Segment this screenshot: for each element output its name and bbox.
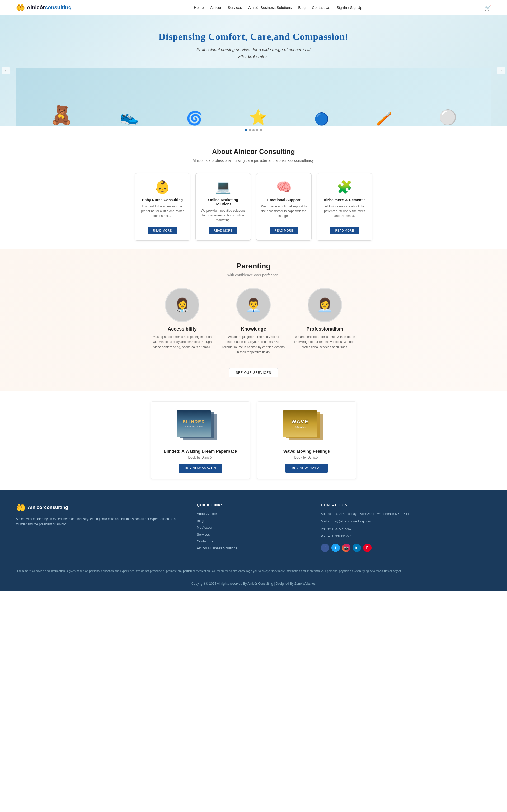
knowledge-desc: We share judgment-free and verified info… (222, 334, 285, 355)
carousel-dots (0, 126, 507, 134)
pinterest-icon[interactable]: P (363, 544, 372, 552)
footer-social: f t 📷 in P (321, 544, 491, 552)
book-wave-author: Book by: Alnicór (263, 455, 350, 459)
footer-link-services[interactable]: Services (197, 533, 210, 537)
card-emotional-title: Emotional Support (267, 198, 300, 202)
buy-wave-button[interactable]: BUY NOW PAYPAL (285, 463, 327, 473)
professionalism-avatar: 👩‍💼 (307, 288, 342, 322)
card-marketing-title: Online Marketing Solutions (200, 198, 246, 206)
nav-alnicor[interactable]: Alnicór (210, 6, 222, 10)
parenting-subtitle: with confidence over perfection. (16, 273, 491, 277)
see-services-button[interactable]: SEE OUR SERVICES (229, 368, 278, 377)
nav-services[interactable]: Services (228, 6, 242, 10)
nav-links: Home Alnicór Services Alnicór Business S… (194, 5, 362, 10)
book-blinded: BLINDED A Waking Dream Blinded: A Waking… (151, 401, 250, 479)
card-baby-nurse-btn[interactable]: READ MORE (148, 227, 176, 234)
carousel-dot-1[interactable] (245, 129, 247, 131)
nav-home[interactable]: Home (194, 6, 204, 10)
book-wave-title: Wave: Moving Feelings (263, 449, 350, 454)
accessibility-avatar: 👩‍⚕️ (165, 288, 200, 322)
footer: 🤲 Alnicorconsulting Alnicór was created … (0, 490, 507, 591)
carousel-dot-2[interactable] (249, 129, 251, 131)
card-emotional: 🧠 Emotional Support We provide emotional… (256, 173, 312, 241)
facebook-icon[interactable]: f (321, 544, 329, 552)
footer-address: Address: 16-04 Crossbay Blvd # 288 Howar… (321, 511, 491, 517)
instagram-icon[interactable]: 📷 (342, 544, 350, 552)
professionalism-desc: We are certified professionals with in-d… (293, 334, 356, 350)
card-emotional-btn[interactable]: READ MORE (270, 227, 298, 234)
hero-next-button[interactable]: › (498, 67, 505, 74)
about-title: About Alnicor Consulting (16, 147, 491, 156)
hero-image-area: 🧸 👟 🌀 ⭐ 🔵 🪥 ⚪ (16, 68, 491, 126)
parenting-title: Parenting (16, 262, 491, 270)
book-blinded-author: Book by: Alnicór (157, 455, 244, 459)
accessibility-title: Accessibility (151, 326, 214, 332)
footer-contact-col: CONTACT US Address: 16-04 Crossbay Blvd … (321, 503, 491, 553)
linkedin-icon[interactable]: in (352, 544, 361, 552)
nav-contact[interactable]: Contact Us (312, 6, 330, 10)
book-wave: WAVE A.Gordon Wave: Moving Feelings Book… (257, 401, 356, 479)
parenting-section: Parenting with confidence over perfectio… (0, 249, 507, 391)
emotional-icon: 🧠 (276, 180, 292, 195)
hero-title: Dispensing Comfort, Care,and Compassion! (16, 31, 491, 42)
baby-nurse-icon: 👶 (155, 180, 170, 195)
card-alzheimer-desc: At Alnicor we care about the patients su… (321, 204, 368, 223)
footer-phone1: Phone: 183-225-6267 (321, 526, 491, 532)
footer-phone2: Phone: 18332111777 (321, 534, 491, 539)
carousel-dot-4[interactable] (256, 129, 258, 131)
twitter-icon[interactable]: t (331, 544, 340, 552)
books-section: BLINDED A Waking Dream Blinded: A Waking… (135, 391, 372, 490)
cart-icon[interactable]: 🛒 (485, 4, 491, 11)
nav-blog[interactable]: Blog (298, 6, 305, 10)
nav-signin[interactable]: SignIn / SignUp (336, 6, 362, 10)
card-alzheimer: 🧩 Alzheimer's & Dementia At Alnicor we c… (317, 173, 372, 241)
logo-icon: 🤲 (16, 3, 25, 12)
footer-disclaimer: Disclaimer : All advice and information … (16, 569, 491, 574)
book-wave-cover: WAVE A.Gordon (280, 408, 333, 445)
accessibility-desc: Making appointments and getting in touch… (151, 334, 214, 350)
footer-divider (16, 563, 491, 563)
knowledge-title: Knowledge (222, 326, 285, 332)
parenting-card-accessibility: 👩‍⚕️ Accessibility Making appointments a… (151, 288, 214, 355)
card-baby-nurse: 👶 Baby Nurse Consulting It is hard to be… (135, 173, 190, 241)
hero-subtitle: Professional nursing services for a wide… (187, 47, 320, 60)
card-alzheimer-btn[interactable]: READ MORE (330, 227, 358, 234)
parenting-card-knowledge: 👨‍💼 Knowledge We share judgment-free and… (222, 288, 285, 355)
footer-mail: Mail Id: info@alnicorconsulting.com (321, 519, 491, 524)
book-blinded-cover: BLINDED A Waking Dream (174, 408, 227, 445)
card-baby-nurse-desc: It is hard to be a new mom or preparing … (139, 204, 186, 223)
services-cards-grid: 👶 Baby Nurse Consulting It is hard to be… (135, 173, 372, 241)
about-subtitle: Alnicór is a professional nursing care p… (16, 159, 491, 163)
knowledge-avatar: 👨‍💼 (236, 288, 271, 322)
about-section: About Alnicor Consulting Alnicór is a pr… (0, 134, 507, 249)
carousel-dot-3[interactable] (252, 129, 255, 131)
card-marketing-btn[interactable]: READ MORE (209, 227, 237, 234)
hero-prev-button[interactable]: ‹ (2, 67, 9, 74)
books-grid: BLINDED A Waking Dream Blinded: A Waking… (151, 401, 356, 479)
footer-link-myaccount[interactable]: My Account (197, 525, 214, 529)
footer-grid: 🤲 Alnicorconsulting Alnicór was created … (16, 503, 491, 553)
parenting-cards-grid: 👩‍⚕️ Accessibility Making appointments a… (151, 288, 356, 355)
footer-quicklinks-col: QUICK LINKS About Alnicór Blog My Accoun… (197, 503, 310, 553)
card-emotional-desc: We provide emotional support to the new … (261, 204, 307, 223)
hero-banner: ‹ › Dispensing Comfort, Care,and Compass… (0, 15, 507, 126)
professionalism-title: Professionalism (293, 326, 356, 332)
nav-business-solutions[interactable]: Alnicór Business Solutions (248, 6, 292, 10)
footer-logo: 🤲 Alnicorconsulting (16, 503, 186, 512)
footer-logo-text: Alnicorconsulting (28, 505, 68, 510)
buy-blinded-button[interactable]: BUY NOW AMAZON (178, 463, 222, 473)
card-baby-nurse-title: Baby Nurse Consulting (142, 198, 183, 202)
parenting-card-professionalism: 👩‍💼 Professionalism We are certified pro… (293, 288, 356, 355)
logo-text: Alnicórconsulting (27, 4, 71, 11)
footer-desc: Alnicór was created by an experienced an… (16, 516, 186, 527)
alzheimer-icon: 🧩 (337, 180, 352, 195)
footer-link-contact[interactable]: Contact us (197, 539, 213, 543)
logo-link[interactable]: 🤲 Alnicórconsulting (16, 3, 71, 12)
carousel-dot-5[interactable] (260, 129, 262, 131)
footer-link-blog[interactable]: Blog (197, 519, 204, 523)
footer-logo-icon: 🤲 (16, 503, 25, 512)
footer-link-about[interactable]: About Alnicór (197, 512, 217, 516)
footer-link-business[interactable]: Alnicór Business Solutions (197, 546, 237, 550)
footer-quicklinks-title: QUICK LINKS (197, 503, 310, 507)
footer-contact-title: CONTACT US (321, 503, 491, 507)
